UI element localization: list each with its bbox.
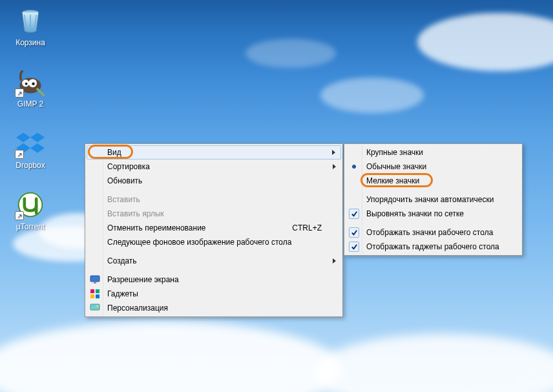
menu-item-label: Упорядочить значки автоматически <box>366 195 494 204</box>
menu-item-label: Гаджеты <box>107 289 138 298</box>
menu-item-sort[interactable]: Сортировка <box>87 160 341 174</box>
desktop-icon-dropbox[interactable]: ↗ Dropbox <box>6 128 54 170</box>
recycle-bin-icon <box>15 5 46 36</box>
submenu-item-large-icons[interactable]: Крупные значки <box>346 145 521 160</box>
gadgets-icon <box>90 289 100 299</box>
cloud-deco <box>417 13 553 71</box>
submenu-item-show-gadgets[interactable]: Отображать гаджеты рабочего стола <box>346 240 521 254</box>
menu-item-label: Отменить переименование <box>107 223 206 232</box>
svg-rect-10 <box>96 289 99 293</box>
menu-item-view[interactable]: Вид <box>87 145 341 160</box>
menu-separator <box>87 249 341 254</box>
desktop-context-menu: Вид Сортировка Обновить Вставить Вставит… <box>85 143 343 317</box>
submenu-arrow-icon <box>333 164 336 169</box>
cloud-deco <box>245 39 336 68</box>
menu-item-undo-rename[interactable]: Отменить переименование CTRL+Z <box>87 221 341 235</box>
menu-item-label: Мелкие значки <box>366 176 419 185</box>
menu-item-label: Разрешение экрана <box>107 275 179 284</box>
menu-separator <box>87 268 341 273</box>
personalize-icon <box>90 303 100 313</box>
desktop-icon-label: µTorrent <box>6 222 54 231</box>
menu-item-label: Следующее фоновое изображение рабочего с… <box>107 238 291 247</box>
submenu-item-medium-icons[interactable]: Обычные значки <box>346 160 521 174</box>
checkmark-icon <box>349 242 359 252</box>
menu-item-label: Вставить <box>107 195 140 204</box>
menu-item-label: Создать <box>107 256 137 265</box>
menu-item-label: Крупные значки <box>366 148 423 157</box>
view-submenu: Крупные значки Обычные значки Мелкие зна… <box>344 143 523 256</box>
svg-point-5 <box>32 82 35 85</box>
menu-item-label: Отображать значки рабочего стола <box>366 228 493 237</box>
desktop-icon-label: Корзина <box>6 38 54 47</box>
submenu-arrow-icon <box>333 258 336 263</box>
svg-rect-11 <box>90 294 94 298</box>
checkmark-icon <box>349 227 359 238</box>
submenu-arrow-icon <box>332 150 335 155</box>
menu-item-label: Вид <box>107 148 121 157</box>
menu-item-label: Выровнять значки по сетке <box>366 209 464 218</box>
desktop-icon-utorrent[interactable]: ↗ µTorrent <box>6 189 54 231</box>
menu-item-gadgets[interactable]: Гаджеты <box>87 287 341 301</box>
menu-item-paste-shortcut: Вставить ярлык <box>87 207 341 221</box>
menu-separator <box>346 188 521 192</box>
menu-item-label: Сортировка <box>107 162 150 171</box>
submenu-item-align-grid[interactable]: Выровнять значки по сетке <box>346 207 521 221</box>
monitor-icon <box>90 274 100 285</box>
menu-item-shortcut: CTRL+Z <box>292 223 322 232</box>
cloud-deco <box>320 77 424 113</box>
menu-item-label: Отображать гаджеты рабочего стола <box>366 242 499 251</box>
svg-rect-12 <box>96 294 99 298</box>
desktop-icon-gimp[interactable]: ↗ GIMP 2 <box>6 67 54 108</box>
desktop-icon-label: GIMP 2 <box>6 99 54 108</box>
menu-separator <box>87 188 341 192</box>
svg-rect-9 <box>90 289 94 293</box>
desktop-icon-recycle-bin[interactable]: Корзина <box>6 5 54 47</box>
utorrent-icon: ↗ <box>15 189 46 220</box>
svg-point-14 <box>97 305 99 307</box>
submenu-item-show-icons[interactable]: Отображать значки рабочего стола <box>346 225 521 240</box>
svg-rect-13 <box>90 304 99 310</box>
dropbox-icon: ↗ <box>15 128 46 159</box>
menu-item-paste: Вставить <box>87 192 341 207</box>
menu-item-new[interactable]: Создать <box>87 254 341 268</box>
menu-item-personalize[interactable]: Персонализация <box>87 301 341 315</box>
menu-item-label: Вставить ярлык <box>107 209 164 218</box>
shortcut-overlay-icon: ↗ <box>15 211 24 220</box>
menu-separator <box>346 221 521 225</box>
radio-bullet-icon <box>349 161 359 172</box>
svg-point-4 <box>25 83 28 85</box>
checkmark-icon <box>349 209 359 219</box>
cloud-deco <box>0 321 342 392</box>
svg-rect-8 <box>94 282 96 284</box>
gimp-icon: ↗ <box>15 67 46 98</box>
menu-item-next-wallpaper[interactable]: Следующее фоновое изображение рабочего с… <box>87 235 341 249</box>
menu-item-screen-resolution[interactable]: Разрешение экрана <box>87 273 341 287</box>
desktop-icon-label: Dropbox <box>6 161 54 170</box>
submenu-item-small-icons[interactable]: Мелкие значки <box>346 174 521 188</box>
menu-item-label: Обычные значки <box>366 162 426 171</box>
menu-item-label: Обновить <box>107 176 142 185</box>
svg-rect-7 <box>90 276 99 282</box>
cloud-deco <box>314 334 553 392</box>
shortcut-overlay-icon: ↗ <box>15 88 24 98</box>
menu-item-label: Персонализация <box>107 304 168 313</box>
submenu-item-auto-arrange[interactable]: Упорядочить значки автоматически <box>346 192 521 207</box>
menu-item-refresh[interactable]: Обновить <box>87 174 341 188</box>
shortcut-overlay-icon: ↗ <box>15 150 24 159</box>
